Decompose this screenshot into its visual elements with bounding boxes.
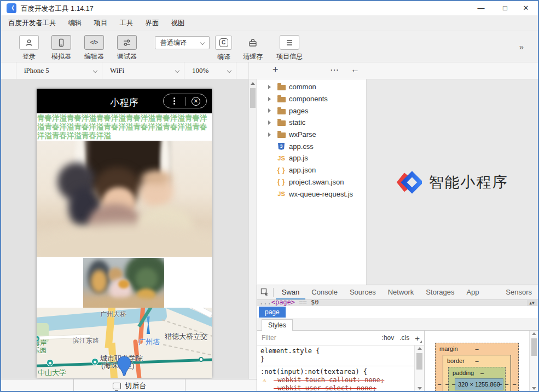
add-file-button[interactable]: + bbox=[273, 64, 279, 76]
tab-swan[interactable]: Swan bbox=[276, 285, 306, 299]
tab-sensors[interactable]: Sensors bbox=[500, 285, 538, 299]
tab-sources[interactable]: Sources bbox=[344, 285, 382, 299]
network-value: WiFi bbox=[110, 66, 124, 74]
menu-interface[interactable]: 界面 bbox=[140, 15, 165, 31]
box-model-margin[interactable]: margin – border – padding – 320 × 1255.8… bbox=[435, 343, 519, 391]
clear-cache-button[interactable]: 清缓存 bbox=[243, 35, 263, 61]
inspect-element-button[interactable] bbox=[257, 285, 273, 299]
box-model-content[interactable]: 320 × 1255.860 bbox=[455, 378, 503, 390]
tree-item-project-swan-json[interactable]: { } project.swan.json bbox=[257, 176, 366, 188]
compile-button[interactable]: C bbox=[215, 36, 232, 50]
expand-arrow-icon[interactable] bbox=[268, 97, 271, 101]
scrollbar-thumb[interactable] bbox=[416, 353, 422, 370]
border-right-value[interactable]: – bbox=[505, 381, 508, 387]
project-info-button[interactable]: 项目信息 bbox=[276, 35, 303, 61]
tree-item-common[interactable]: common bbox=[257, 81, 366, 93]
zoom-select[interactable]: 100% bbox=[184, 62, 236, 79]
toggle-hover-button[interactable]: :hov bbox=[382, 334, 395, 342]
scroll-updown-icon[interactable]: ▲▼ bbox=[527, 300, 537, 306]
photo-christmas[interactable] bbox=[83, 258, 164, 308]
login-button[interactable]: 登录 bbox=[19, 35, 39, 61]
close-button[interactable]: ✕ bbox=[514, 1, 538, 15]
scroll-up-icon[interactable] bbox=[418, 347, 422, 350]
tree-item-app-js[interactable]: JS app.js bbox=[257, 152, 366, 164]
menu-edit[interactable]: 编辑 bbox=[62, 15, 88, 31]
breadcrumb-page[interactable]: page bbox=[259, 307, 286, 318]
college-poi-icon: ◆ bbox=[91, 358, 98, 365]
scrollbar-thumb[interactable] bbox=[250, 88, 256, 108]
scroll-up-icon[interactable] bbox=[532, 332, 536, 335]
breadcrumb: page bbox=[257, 306, 538, 318]
tab-app-data[interactable]: App data bbox=[460, 285, 500, 299]
tab-network[interactable]: Network bbox=[382, 285, 420, 299]
minimize-button[interactable]: — bbox=[469, 1, 493, 15]
tree-item-components[interactable]: components bbox=[257, 93, 366, 105]
simulator-label: 模拟器 bbox=[51, 52, 71, 61]
padding-left-value[interactable]: – bbox=[452, 381, 455, 387]
tab-storages[interactable]: Storages bbox=[420, 285, 460, 299]
padding-label: padding bbox=[453, 370, 474, 376]
elements-tree-clipped[interactable]: ...<page> == $0 ▲▼ bbox=[257, 300, 538, 306]
menu-project[interactable]: 项目 bbox=[88, 15, 114, 31]
scroll-down-icon[interactable] bbox=[532, 387, 536, 390]
tree-item-app-json[interactable]: { } app.json bbox=[257, 164, 366, 176]
compile-mode-select[interactable]: 普通编译 bbox=[155, 36, 210, 49]
simulator-scrollbar[interactable] bbox=[248, 79, 257, 379]
border-left-value[interactable]: – bbox=[445, 381, 449, 387]
padding-top-value[interactable]: – bbox=[480, 370, 484, 376]
debugger-toggle-button[interactable]: 调试器 bbox=[117, 35, 137, 61]
editor-placeholder: 智能小程序 bbox=[367, 79, 538, 285]
box-model-padding[interactable]: padding – 320 × 1255.860 bbox=[448, 367, 506, 391]
struck-property[interactable]: -webkit-user-select: none; bbox=[260, 384, 414, 391]
expand-arrow-icon[interactable] bbox=[268, 85, 271, 89]
tree-item-pages[interactable]: pages bbox=[257, 105, 366, 117]
simulator-toggle-button[interactable]: 模拟器 bbox=[51, 35, 71, 61]
menu-tools[interactable]: 工具 bbox=[114, 15, 140, 31]
tab-styles[interactable]: Styles bbox=[262, 319, 293, 331]
tree-item-wx-queue-request-js[interactable]: JS wx-queue-request.js bbox=[257, 188, 366, 200]
scrollbar-thumb[interactable] bbox=[531, 338, 537, 356]
switch-background-button[interactable]: 切后台 bbox=[74, 379, 186, 392]
menu-app[interactable]: 百度开发者工具 bbox=[2, 15, 62, 31]
more-menu-icon[interactable] bbox=[164, 96, 185, 106]
expand-arrow-icon[interactable] bbox=[268, 108, 271, 113]
styles-filter-input[interactable] bbox=[262, 334, 333, 342]
menu-view[interactable]: 视图 bbox=[165, 15, 191, 31]
expand-arrow-icon[interactable] bbox=[268, 132, 271, 137]
photo-children[interactable] bbox=[37, 141, 212, 257]
margin-left-value[interactable]: – bbox=[438, 381, 441, 387]
folder-icon bbox=[277, 95, 286, 103]
collapse-panel-button[interactable]: ← bbox=[351, 65, 360, 74]
toggle-class-button[interactable]: .cls bbox=[399, 334, 409, 342]
editor-toggle-button[interactable]: </> 编辑器 bbox=[84, 35, 104, 61]
tree-item-wxparse[interactable]: wxParse bbox=[257, 129, 366, 141]
border-top-value[interactable]: – bbox=[443, 358, 511, 364]
padding-right-value[interactable]: – bbox=[499, 381, 502, 387]
margin-right-value[interactable]: – bbox=[513, 381, 516, 387]
new-rule-button[interactable]: + bbox=[415, 333, 420, 343]
location-pin-icon[interactable] bbox=[117, 356, 132, 377]
styles-scrollbar[interactable] bbox=[414, 345, 424, 391]
styles-tab-bar: Styles bbox=[257, 318, 538, 331]
device-select[interactable]: iPhone 5 bbox=[16, 62, 102, 79]
warning-icon: ⚠ bbox=[263, 376, 266, 384]
margin-top-value[interactable]: – bbox=[436, 345, 518, 352]
tree-item-static[interactable]: static bbox=[257, 117, 366, 129]
close-miniprogram-icon[interactable]: ✕ bbox=[186, 97, 206, 106]
map-label-university: 中山大学 bbox=[38, 368, 66, 378]
box-model-scrollbar[interactable] bbox=[529, 331, 538, 391]
rule-element-style[interactable]: element.style { } bbox=[257, 345, 414, 366]
expand-arrow-icon[interactable] bbox=[268, 120, 271, 125]
toolbar-overflow-button[interactable]: » bbox=[519, 42, 524, 51]
phone-screen[interactable]: 小程序 ✕ 青春洋溢青春洋溢青春洋溢青春洋溢青春洋溢青春洋溢青春洋溢青春洋溢青春… bbox=[37, 89, 212, 378]
project-info-label: 项目信息 bbox=[276, 52, 303, 61]
more-options-button[interactable]: ⋯ bbox=[330, 65, 339, 75]
scroll-down-icon[interactable] bbox=[418, 387, 422, 390]
tab-console[interactable]: Console bbox=[305, 285, 344, 299]
scroll-up-icon[interactable] bbox=[251, 82, 255, 85]
network-select[interactable]: WiFi bbox=[102, 62, 184, 79]
tree-item-app-css[interactable]: 3 app.css bbox=[257, 140, 366, 152]
rule-not-input[interactable]: :not(input):not(textarea) { ⚠ -webkit-to… bbox=[257, 366, 414, 391]
struck-property[interactable]: ⚠ -webkit-touch-callout: none; bbox=[260, 376, 414, 384]
map-view[interactable]: 广州大桥 滨江东路 广州塔 猎德大桥立交 城市职业学院 (海珠校区) 海岸 乐园… bbox=[37, 308, 212, 378]
